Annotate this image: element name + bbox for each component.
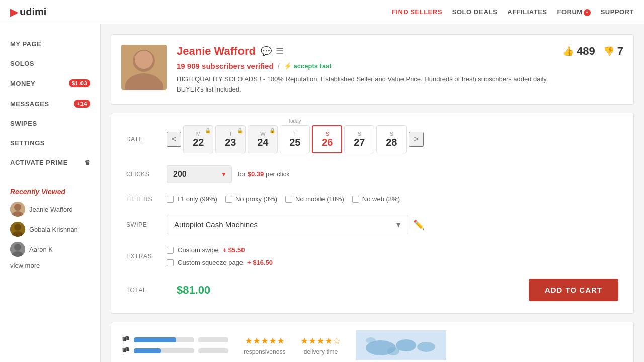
logo-icon: ▶: [10, 6, 18, 18]
add-to-cart-button[interactable]: ADD TO CART: [529, 279, 618, 301]
swipe-dropdown[interactable]: Autopilot Cash Machines: [167, 215, 408, 234]
responsiveness-rating: ★★★★★ responsiveness: [244, 335, 285, 355]
filters-row: FILTERS T1 only (99%) No proxy (3%) No m…: [126, 195, 618, 203]
filter-noproxy[interactable]: No proxy (3%): [225, 195, 277, 203]
bar-row-1: 🏴: [121, 336, 228, 344]
profile-name: Jeanie Wafford: [177, 45, 256, 58]
lock-icon-23: 🔒: [237, 128, 243, 133]
filter-nomobile-checkbox[interactable]: [285, 196, 292, 203]
filters-label: FILTERS: [126, 196, 167, 203]
extras-label: EXTRAS: [126, 253, 167, 260]
thumbs-down-icon: 👎: [603, 46, 614, 57]
vote-container: 👍 489 👎 7: [562, 45, 623, 58]
like-button[interactable]: 👍 489: [562, 45, 595, 58]
svg-point-16: [417, 342, 435, 352]
forum-badge: *: [584, 9, 591, 16]
extras-list: Custom swipe + $5.50 Custom squeeze page…: [167, 246, 273, 266]
extra-squeeze-checkbox[interactable]: [167, 259, 174, 266]
profile-icons: 💬 ☰: [261, 46, 284, 57]
bar-row-2: 🏴: [121, 347, 228, 355]
crown-icon: ♛: [84, 159, 91, 166]
filters-list: T1 only (99%) No proxy (3%) No mobile (1…: [167, 195, 400, 203]
filter-noweb-checkbox[interactable]: [352, 196, 359, 203]
sidebar-item-mypage[interactable]: MY PAGE: [0, 34, 100, 54]
filter-t1only[interactable]: T1 only (99%): [167, 195, 217, 203]
date-cell-25[interactable]: T 25: [280, 125, 310, 153]
svg-point-1: [14, 204, 21, 211]
lightning-icon: ⚡: [284, 62, 292, 70]
sidebar-item-messages[interactable]: MESSAGES +14: [0, 94, 100, 114]
logo[interactable]: ▶ udimi: [10, 6, 46, 18]
extra-swipe-checkbox[interactable]: [167, 247, 174, 254]
sidebar: MY PAGE SOLOS MONEY $1.03 MESSAGES +14 S…: [0, 24, 101, 362]
nav-affiliates[interactable]: AFFILIATES: [507, 8, 547, 16]
per-click-text: for $0.39 per click: [238, 170, 290, 178]
swipe-select-container: Autopilot Cash Machines ▼ ✏️: [167, 215, 424, 234]
date-next-button[interactable]: >: [409, 132, 423, 147]
delivery-label: delivery time: [304, 348, 338, 355]
date-cell-24[interactable]: 🔒 W 24: [248, 125, 278, 153]
profile-name-row: Jeanie Wafford 💬 ☰: [177, 45, 552, 58]
sidebar-item-solos[interactable]: SOLOS: [0, 54, 100, 73]
svg-point-4: [14, 224, 21, 231]
rv-item-jeanie[interactable]: Jeanie Wafford: [10, 202, 90, 217]
filter-nomobile[interactable]: No mobile (18%): [285, 195, 344, 203]
extra-custom-squeeze[interactable]: Custom squeeze page + $16.50: [167, 259, 273, 266]
main-nav: FIND SELLERS SOLO DEALS AFFILIATES FORUM…: [392, 8, 634, 16]
nav-solo-deals[interactable]: SOLO DEALS: [452, 8, 498, 16]
delivery-stars: ★★★★☆: [300, 335, 341, 346]
profile-stats: 19 909 subscribers verified / ⚡ accepts …: [177, 62, 552, 70]
nav-forum[interactable]: FORUM*: [557, 8, 590, 16]
sidebar-item-money[interactable]: MONEY $1.03: [0, 73, 100, 94]
rv-item-gobala[interactable]: Gobala Krishnan: [10, 222, 90, 237]
profile-card: Jeanie Wafford 💬 ☰ 19 909 subscribers ve…: [111, 34, 634, 105]
accepts-fast: ⚡ accepts fast: [284, 62, 332, 70]
thumbs-up-icon: 👍: [562, 46, 574, 57]
filter-t1only-checkbox[interactable]: [167, 196, 174, 203]
logo-text: udimi: [20, 6, 46, 18]
recently-viewed-section: Recently Viewed Jeanie Wafford: [0, 177, 100, 280]
edit-swipe-icon[interactable]: ✏️: [413, 219, 424, 230]
sidebar-item-settings[interactable]: SETTINGS: [0, 133, 100, 153]
date-cell-28[interactable]: S 28: [376, 125, 407, 153]
rv-item-aaron[interactable]: Aaron K: [10, 242, 90, 257]
profile-info: Jeanie Wafford 💬 ☰ 19 909 subscribers ve…: [177, 45, 552, 94]
svg-point-17: [387, 347, 399, 355]
sidebar-item-swipes[interactable]: SWIPES: [0, 114, 100, 133]
rv-avatar-gobala: [10, 222, 25, 237]
subscribers-count: 19 909 subscribers verified: [177, 62, 274, 70]
extras-row: EXTRAS Custom swipe + $5.50 Custom squee…: [126, 246, 618, 266]
dislike-count: 7: [617, 45, 623, 58]
date-label: DATE: [126, 136, 167, 143]
date-prev-button[interactable]: <: [167, 132, 181, 147]
date-cell-23[interactable]: 🔒 T 23: [215, 125, 246, 153]
swipe-row: SWIPE Autopilot Cash Machines ▼ ✏️: [126, 215, 618, 234]
like-count: 489: [577, 45, 595, 58]
menu-icon[interactable]: ☰: [276, 46, 284, 57]
recently-viewed-title: Recently Viewed: [10, 188, 90, 196]
filter-noproxy-checkbox[interactable]: [225, 196, 232, 203]
date-cell-27[interactable]: S 27: [344, 125, 374, 153]
view-more-link[interactable]: view more: [10, 262, 90, 269]
dislike-button[interactable]: 👎 7: [603, 45, 623, 58]
total-row: TOTAL $81.00 ADD TO CART: [126, 279, 618, 301]
message-icon[interactable]: 💬: [261, 46, 272, 57]
lock-icon-22: 🔒: [205, 128, 211, 133]
date-cell-22[interactable]: 🔒 M 22: [183, 125, 213, 153]
rv-name-aaron: Aaron K: [29, 246, 53, 253]
clicks-row: CLICKS 200 300 500 ▼ for $0.39 per click: [126, 165, 618, 183]
date-cell-26[interactable]: S 26: [312, 125, 342, 153]
header: ▶ udimi FIND SELLERS SOLO DEALS AFFILIAT…: [0, 0, 644, 24]
map-chart: [356, 330, 446, 360]
filter-noweb[interactable]: No web (3%): [352, 195, 400, 203]
sidebar-item-activate-prime[interactable]: ACTIVATE PRIME ♛: [0, 153, 100, 172]
bar-fill-2: [134, 348, 161, 353]
nav-support[interactable]: SUPPORT: [601, 8, 634, 16]
booking-form: DATE < 🔒 M 22 🔒 T: [111, 113, 634, 314]
rv-name-jeanie: Jeanie Wafford: [29, 206, 73, 213]
nav-find-sellers[interactable]: FIND SELLERS: [392, 8, 442, 16]
date-row: DATE < 🔒 M 22 🔒 T: [126, 125, 618, 153]
rv-avatar-jeanie: [10, 202, 25, 217]
today-label: today: [287, 118, 303, 124]
extra-custom-swipe[interactable]: Custom swipe + $5.50: [167, 246, 273, 254]
